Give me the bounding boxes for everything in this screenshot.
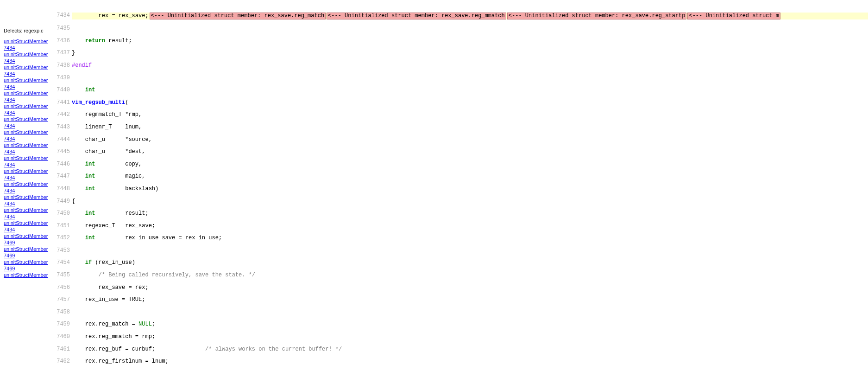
defect-link[interactable]: uninitStructMember (4, 181, 51, 187)
code-content: vim_regsub_multi( (72, 100, 868, 106)
defect-link-line[interactable]: 7469 (4, 239, 51, 246)
defect-link[interactable]: uninitStructMember (4, 77, 51, 83)
defect-link-line[interactable]: 7434 (4, 58, 51, 64)
line-number: 7462 (53, 358, 72, 365)
code-line: 7450 int result; (53, 211, 868, 217)
defect-link[interactable]: uninitStructMember (4, 38, 51, 45)
defect-link-line[interactable]: 7434 (4, 109, 51, 116)
code-line: 7445 char_u *dest, (53, 149, 868, 155)
defect-link[interactable]: uninitStructMember (4, 233, 51, 239)
line-number: 7438 (53, 63, 72, 69)
error-annotation[interactable]: <--- Uninitialized struct m (687, 13, 780, 19)
code-content: rex.reg_mmatch = rmp; (72, 334, 868, 340)
defect-link-line[interactable]: 7434 (4, 135, 51, 142)
defect-link-line[interactable]: 7434 (4, 187, 51, 194)
code-content: int rex_in_use_save = rex_in_use; (72, 235, 868, 241)
defect-link[interactable]: uninitStructMember (4, 259, 51, 265)
code-line: 7444 char_u *source, (53, 137, 868, 143)
line-number: 7440 (53, 87, 72, 93)
defect-link-line[interactable]: 7434 (4, 122, 51, 129)
line-number: 7459 (53, 321, 72, 327)
line-number: 7439 (53, 75, 72, 81)
line-number: 7436 (53, 38, 72, 44)
defects-sidebar: Defects: regexp.c uninitStructMember7434… (0, 0, 53, 371)
code-content: #endif (72, 63, 868, 69)
defect-link-line[interactable]: 7434 (4, 70, 51, 77)
code-line: 7452 int rex_in_use_save = rex_in_use; (53, 235, 868, 241)
defect-link-line[interactable]: 7434 (4, 96, 51, 103)
defects-link-list: uninitStructMember7434uninitStructMember… (4, 38, 51, 278)
line-number: 7449 (53, 198, 72, 205)
code-line: 7441vim_regsub_multi( (53, 100, 868, 106)
defect-link[interactable]: uninitStructMember (4, 64, 51, 70)
error-annotation[interactable]: <--- Uninitialized struct member: rex_sa… (150, 13, 326, 19)
error-annotation[interactable]: <--- Uninitialized struct member: rex_sa… (507, 13, 687, 19)
defect-link-line[interactable]: 7434 (4, 200, 51, 207)
line-number: 7434 (53, 13, 72, 19)
code-content: regexec_T rex_save; (72, 223, 868, 229)
code-line: 7439 (53, 75, 868, 81)
code-content: linenr_T lnum, (72, 124, 868, 130)
defects-label: Defects: (4, 28, 22, 33)
line-number: 7453 (53, 248, 72, 254)
defect-link-line[interactable]: 7469 (4, 252, 51, 259)
defect-link-line[interactable]: 7434 (4, 174, 51, 181)
code-content: rex.reg_match = NULL; (72, 321, 868, 327)
code-content: rex_in_use = TRUE; (72, 297, 868, 303)
defect-link[interactable]: uninitStructMember (4, 142, 51, 148)
code-line: 7453 (53, 248, 868, 254)
defect-link[interactable]: uninitStructMember (4, 207, 51, 213)
line-number: 7457 (53, 297, 72, 303)
code-content: return result; (72, 38, 868, 44)
code-line: 7458 (53, 309, 868, 315)
code-content: if (rex_in_use) (72, 260, 868, 266)
defect-link-line[interactable]: 7434 (4, 45, 51, 51)
code-line: 7461 rex.reg_buf = curbuf; /* always wor… (53, 346, 868, 352)
code-area[interactable]: 7434 rex = rex_save;<--- Uninitialized s… (53, 0, 868, 371)
code-line: 7451 regexec_T rex_save; (53, 223, 868, 229)
code-content: int magic, (72, 173, 868, 179)
code-line: 7457 rex_in_use = TRUE; (53, 297, 868, 303)
line-number: 7461 (53, 346, 72, 352)
code-line: 7449{ (53, 198, 868, 205)
defect-link[interactable]: uninitStructMember (4, 246, 51, 252)
defect-link[interactable]: uninitStructMember (4, 168, 51, 174)
defect-link-line[interactable]: 7434 (4, 148, 51, 155)
line-number: 7443 (53, 124, 72, 130)
defect-link-line[interactable]: 7434 (4, 83, 51, 90)
defect-link[interactable]: uninitStructMember (4, 129, 51, 135)
defect-link[interactable]: uninitStructMember (4, 103, 51, 109)
line-number: 7446 (53, 161, 72, 167)
code-line: 7438#endif (53, 63, 868, 69)
code-line: 7455 /* Being called recursively, save t… (53, 272, 868, 278)
defect-link[interactable]: uninitStructMember (4, 116, 51, 122)
code-line: 7442 regmmatch_T *rmp, (53, 112, 868, 118)
defects-filename: regexp.c (24, 28, 43, 33)
defect-link[interactable]: uninitStructMember (4, 272, 51, 278)
defect-link[interactable]: uninitStructMember (4, 194, 51, 200)
code-content: regmmatch_T *rmp, (72, 112, 868, 118)
error-annotation[interactable]: <--- Uninitialized struct member: rex_sa… (327, 13, 506, 19)
defect-link[interactable]: uninitStructMember (4, 90, 51, 96)
code-line: 7435 (53, 26, 868, 32)
code-content: rex_save = rex; (72, 285, 868, 291)
code-line: 7462 rex.reg_firstlnum = lnum; (53, 358, 868, 365)
line-number: 7455 (53, 272, 72, 278)
defect-link[interactable]: uninitStructMember (4, 155, 51, 161)
code-content: } (72, 50, 868, 56)
defect-link-line[interactable]: 7434 (4, 161, 51, 168)
defect-link[interactable]: uninitStructMember (4, 220, 51, 226)
line-number: 7442 (53, 112, 72, 118)
defect-link-line[interactable]: 7434 (4, 226, 51, 233)
code-content: { (72, 198, 868, 205)
code-line: 7446 int copy, (53, 161, 868, 167)
defect-link[interactable]: uninitStructMember (4, 51, 51, 58)
code-line: 7447 int magic, (53, 173, 868, 179)
code-content (72, 309, 868, 315)
code-content: rex = rex_save;<--- Uninitialized struct… (72, 13, 868, 19)
code-content: char_u *dest, (72, 149, 868, 155)
defect-link-line[interactable]: 7469 (4, 265, 51, 272)
code-line: 7448 int backslash) (53, 186, 868, 192)
defect-link-line[interactable]: 7434 (4, 213, 51, 220)
code-line: 7460 rex.reg_mmatch = rmp; (53, 334, 868, 340)
